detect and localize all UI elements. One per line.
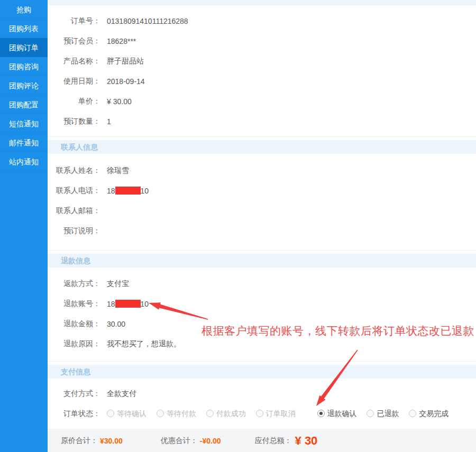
sidebar: 抢购 团购列表 团购订单 团购咨询 团购评论 团购配置 短信通知 邮件通知 站内…: [0, 0, 48, 452]
payment-section-header: 支付信息: [48, 365, 476, 379]
radio-status-order-cancelled[interactable]: 订单取消: [256, 409, 296, 418]
original-total-value: ¥30.00: [100, 437, 123, 445]
field-label: 联系人邮箱：: [48, 206, 100, 216]
sidebar-item-flash-sale[interactable]: 抢购: [0, 0, 48, 19]
radio-circle-icon: [409, 410, 416, 417]
radio-status-trade-complete[interactable]: 交易完成: [409, 409, 448, 418]
payable-total-value: ¥ 30: [295, 434, 318, 448]
payable-total: 应付总额： ¥ 30: [255, 434, 318, 448]
sidebar-item-groupbuy-inquiries[interactable]: 团购咨询: [0, 57, 48, 76]
radio-status-payment-success[interactable]: 付款成功: [206, 409, 246, 418]
redaction-box: [115, 300, 141, 308]
field-row-contact-name: 联系人姓名： 徐瑞雪: [48, 161, 476, 181]
section-header-partial: [48, 0, 476, 5]
quantity-value: 1: [107, 117, 111, 126]
refund-method-value: 支付宝: [107, 279, 129, 289]
field-label: 预订会员：: [48, 36, 100, 46]
radio-circle-icon: [157, 410, 164, 417]
field-label: 使用日期：: [48, 77, 100, 86]
order-detail-page: 抢购 团购列表 团购订单 团购咨询 团购评论 团购配置 短信通知 邮件通知 站内…: [0, 0, 476, 452]
refund-section-header: 退款信息: [48, 254, 476, 267]
sidebar-item-groupbuy-settings[interactable]: 团购配置: [0, 95, 48, 114]
contact-name-value: 徐瑞雪: [107, 166, 129, 176]
radio-status-refunded[interactable]: 已退款: [367, 409, 399, 418]
field-label: 退款账号：: [48, 299, 100, 309]
field-label: 预订数量：: [48, 117, 100, 126]
sidebar-item-groupbuy-list[interactable]: 团购列表: [0, 19, 48, 38]
discount-total-value: -¥0.00: [200, 437, 221, 445]
field-label: 产品名称：: [48, 57, 100, 66]
refund-amount-value: 30.00: [107, 320, 125, 328]
discount-total: 优惠合计： -¥0.00: [161, 436, 221, 446]
order-status-radios: 等待确认 等待付款 付款成功 订单取消 退款确认 已退款 交易完成: [107, 409, 456, 419]
field-row-booking-note: 预订说明：: [48, 221, 476, 244]
field-row-contact-email: 联系人邮箱：: [48, 201, 476, 221]
order-info-section: 订单号： 01318091410111216288 预订会员： 18628***…: [48, 5, 476, 132]
field-label: 退款金额：: [48, 319, 100, 329]
radio-circle-icon: [256, 410, 263, 417]
field-label: 订单号：: [48, 16, 100, 26]
field-row-pay-method: 支付方式： 全款支付: [48, 384, 476, 404]
sidebar-item-email-notify[interactable]: 邮件通知: [0, 133, 48, 152]
field-row-order-number: 订单号： 01318091410111216288: [48, 11, 476, 31]
sidebar-item-groupbuy-orders[interactable]: 团购订单: [0, 38, 48, 57]
handwritten-annotation: 根据客户填写的账号，线下转款后将订单状态改已退款: [202, 324, 474, 338]
payment-section: 支付信息 支付方式： 全款支付 订单状态： 等待确认 等待付款 付款成功 订单取…: [48, 361, 476, 424]
refund-reason-value: 我不想买了，想退款。: [107, 339, 181, 349]
sidebar-item-groupbuy-comments[interactable]: 团购评论: [0, 76, 48, 95]
sidebar-item-site-notify[interactable]: 站内通知: [0, 152, 48, 171]
field-label: 支付方式：: [48, 389, 100, 399]
field-row-unit-price: 单价： ¥ 30.00: [48, 91, 476, 112]
field-row-contact-phone: 联系人电话： 18010: [48, 181, 476, 201]
field-label: 单价：: [48, 97, 100, 106]
field-label: 预订说明：: [48, 226, 100, 236]
field-label: 联系人姓名：: [48, 166, 100, 176]
original-total: 原价合计： ¥30.00: [61, 436, 123, 446]
totals-bar: 原价合计： ¥30.00 优惠合计： -¥0.00 应付总额： ¥ 30: [48, 429, 476, 452]
radio-status-waiting-confirm[interactable]: 等待确认: [107, 409, 147, 418]
member-value: 18628***: [107, 37, 136, 45]
order-number-value: 01318091410111216288: [107, 17, 188, 25]
redaction-box: [115, 187, 141, 195]
refund-section: 退款信息 返款方式： 支付宝 退款账号： 18010 退款金额： 30.00 退…: [48, 250, 476, 354]
radio-circle-icon: [367, 410, 374, 417]
product-name-value: 胖子甜品站: [107, 57, 144, 66]
radio-status-refund-confirm[interactable]: 退款确认: [317, 409, 357, 418]
field-label: 订单状态：: [48, 409, 100, 419]
contact-section-header: 联系人信息: [48, 140, 476, 154]
refund-account-value: 18010: [107, 300, 149, 308]
field-row-member: 预订会员： 18628***: [48, 31, 476, 51]
use-date-value: 2018-09-14: [107, 77, 145, 86]
radio-circle-icon: [107, 410, 114, 417]
sidebar-item-sms-notify[interactable]: 短信通知: [0, 114, 48, 133]
field-row-quantity: 预订数量： 1: [48, 112, 476, 132]
field-label: 联系人电话：: [48, 186, 100, 196]
contact-phone-value: 18010: [107, 187, 149, 195]
radio-status-waiting-payment[interactable]: 等待付款: [157, 409, 196, 418]
field-row-order-status: 订单状态： 等待确认 等待付款 付款成功 订单取消 退款确认 已退款 交易完成: [48, 404, 476, 424]
field-row-use-date: 使用日期： 2018-09-14: [48, 71, 476, 91]
contact-section: 联系人信息 联系人姓名： 徐瑞雪 联系人电话： 18010 联系人邮箱： 预订说…: [48, 136, 476, 244]
main-content: 订单号： 01318091410111216288 预订会员： 18628***…: [48, 0, 476, 452]
radio-circle-icon: [206, 410, 214, 417]
field-row-refund-method: 返款方式： 支付宝: [48, 274, 476, 294]
radio-selected-icon: [317, 410, 325, 417]
field-row-product-name: 产品名称： 胖子甜品站: [48, 51, 476, 71]
pay-method-value: 全款支付: [107, 389, 136, 399]
field-row-refund-account: 退款账号： 18010: [48, 294, 476, 314]
unit-price-value: ¥ 30.00: [107, 97, 132, 106]
field-label: 退款原因：: [48, 339, 100, 349]
field-label: 返款方式：: [48, 279, 100, 289]
